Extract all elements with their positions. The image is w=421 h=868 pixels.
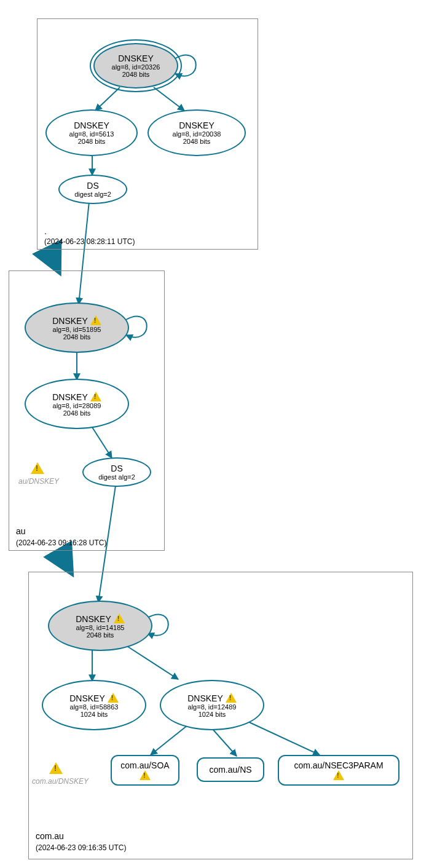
node-line1: alg=8, id=58863 xyxy=(70,703,119,711)
node-title: DNSKEY xyxy=(76,614,125,624)
dnssec-graph: . (2024-06-23 08:28:11 UTC) DNSKEY alg=8… xyxy=(0,0,421,868)
node-line1: digest alg=2 xyxy=(98,473,135,481)
zone-au-label: au xyxy=(16,526,26,536)
warn-label-au: au/DNSKEY xyxy=(18,477,59,486)
node-line1: alg=8, id=20326 xyxy=(112,63,160,71)
warning-icon xyxy=(90,392,101,401)
node-title: DNSKEY xyxy=(179,120,214,130)
node-line1: digest alg=2 xyxy=(74,191,111,198)
warning-icon xyxy=(140,770,151,780)
node-title: DNSKEY xyxy=(74,120,109,130)
warning-icon xyxy=(31,462,44,474)
node-au-ds: DS digest alg=2 xyxy=(82,457,151,487)
node-line1: alg=8, id=51895 xyxy=(53,326,101,333)
node-line2: 2048 bits xyxy=(63,333,91,341)
node-title: DNSKEY xyxy=(187,693,237,703)
node-au-ksk: DNSKEY alg=8, id=51895 2048 bits xyxy=(25,302,129,353)
node-root-zsk2: DNSKEY alg=8, id=20038 2048 bits xyxy=(148,109,246,156)
zone-comau-timestamp: (2024-06-23 09:16:35 UTC) xyxy=(36,843,126,852)
zone-comau-label: com.au xyxy=(36,831,64,841)
warning-icon xyxy=(114,614,125,623)
node-title: DNSKEY xyxy=(69,693,119,703)
node-line1: alg=8, id=20038 xyxy=(173,130,221,138)
node-line1: alg=8, id=5613 xyxy=(69,130,114,138)
node-line2: 2048 bits xyxy=(122,71,150,78)
node-title: DNSKEY xyxy=(118,53,154,63)
zone-root-label: . xyxy=(44,226,47,236)
node-line1: alg=8, id=14185 xyxy=(76,624,125,631)
warning-icon xyxy=(108,693,119,703)
node-line2: 2048 bits xyxy=(78,138,106,145)
warning-icon xyxy=(49,762,63,774)
node-comau-zsk1: DNSKEY alg=8, id=58863 1024 bits xyxy=(42,680,146,730)
node-title: com.au/SOA xyxy=(120,760,169,770)
node-line1: alg=8, id=12489 xyxy=(188,703,237,711)
node-comau-soa: com.au/SOA xyxy=(111,755,179,786)
node-line2: 2048 bits xyxy=(63,409,91,417)
warning-icon xyxy=(333,770,344,780)
node-comau-zsk2: DNSKEY alg=8, id=12489 1024 bits xyxy=(160,680,264,730)
node-au-zsk: DNSKEY alg=8, id=28089 2048 bits xyxy=(25,379,129,429)
node-root-ksk: DNSKEY alg=8, id=20326 2048 bits xyxy=(93,43,178,89)
node-title: DNSKEY xyxy=(52,315,101,326)
node-title: DS xyxy=(87,181,98,191)
node-title: DNSKEY xyxy=(52,392,101,402)
node-line2: 1024 bits xyxy=(199,711,226,718)
zone-root-timestamp: (2024-06-23 08:28:11 UTC) xyxy=(44,237,135,246)
node-comau-nsec: com.au/NSEC3PARAM xyxy=(278,755,399,786)
node-title: com.au/NSEC3PARAM xyxy=(294,760,383,770)
node-title: com.au/NS xyxy=(209,765,251,775)
warn-label-comau: com.au/DNSKEY xyxy=(32,777,89,786)
node-root-ds: DS digest alg=2 xyxy=(58,175,127,204)
node-line2: 2048 bits xyxy=(183,138,211,145)
node-title: DS xyxy=(111,464,122,473)
warning-icon xyxy=(90,315,101,325)
node-root-zsk1: DNSKEY alg=8, id=5613 2048 bits xyxy=(45,109,138,156)
zone-au-timestamp: (2024-06-23 09:16:28 UTC) xyxy=(16,539,106,547)
node-comau-ns: com.au/NS xyxy=(197,757,264,782)
node-comau-ksk: DNSKEY alg=8, id=14185 2048 bits xyxy=(48,601,152,651)
warning-icon xyxy=(226,693,237,703)
node-line2: 2048 bits xyxy=(87,631,114,639)
node-line1: alg=8, id=28089 xyxy=(53,402,101,409)
node-line2: 1024 bits xyxy=(81,711,108,718)
